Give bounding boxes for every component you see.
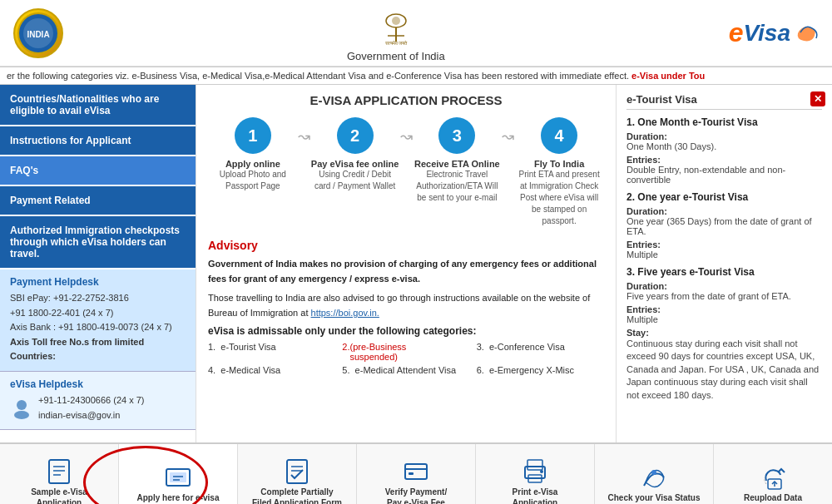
- arrow-2: ↝: [400, 117, 413, 146]
- visa-section-1: 1. One Month e-Tourist Visa Duration: On…: [626, 116, 822, 185]
- right-panel-title: e-Tourist Visa: [626, 93, 822, 110]
- toolbar-apply-label: Apply here for e-visa: [137, 492, 220, 503]
- sidebar-item-faq[interactable]: FAQ's: [0, 156, 196, 186]
- toolbar-print-label: Print e-VisaApplication: [513, 487, 558, 504]
- svg-rect-10: [49, 460, 69, 483]
- visa-section-1-title: 1. One Month e-Tourist Visa: [626, 116, 822, 128]
- advisory-para2: Those travelling to India are also advis…: [208, 291, 604, 320]
- visa-section-2: 2. One year e-Tourist Visa Duration: One…: [626, 191, 822, 259]
- advisory-para1: Government of India makes no provision o…: [208, 257, 604, 286]
- visa-s3-stay-value: Continuous stay during each visit shall …: [626, 338, 822, 402]
- toolbar-verify-label: Verify Payment/Pay e-Visa Fee: [385, 487, 447, 504]
- apply-icon: [165, 464, 191, 491]
- toolbar: Sample e-VisaApplication Apply here for …: [0, 442, 832, 504]
- toolbar-apply[interactable]: Apply here for e-visa: [119, 444, 238, 504]
- payment-helpdesk: Payment Helpdesk SBI ePay: +91-22-2752-3…: [0, 269, 196, 372]
- step4-title: Fly To India: [514, 159, 604, 169]
- step2-title: Pay eVisa fee online: [310, 159, 400, 169]
- svg-point-8: [17, 400, 27, 410]
- toolbar-complete-label: Complete PartiallyFiled Application Form: [252, 487, 342, 504]
- visa-s3-entries-value: Multiple: [626, 314, 822, 324]
- sample-icon: [46, 458, 72, 485]
- visa-s1-duration-label: Duration:: [626, 131, 822, 141]
- toolbar-print[interactable]: Print e-VisaApplication: [476, 444, 595, 504]
- toolbar-complete[interactable]: Complete PartiallyFiled Application Form: [238, 444, 357, 504]
- svg-rect-18: [287, 460, 307, 483]
- visa-s3-stay-label: Stay:: [626, 328, 822, 338]
- cat-2: 2.(pre-Business suspended): [342, 342, 469, 362]
- sidebar-item-instructions[interactable]: Instructions for Applicant: [0, 126, 196, 156]
- payment-helpdesk-sbi: SBI ePay: +91-22-2752-3816 +91 1800-22-4…: [10, 291, 186, 364]
- step-3: 3 Receive ETA Online Electronic Travel A…: [413, 117, 503, 204]
- step1-desc: Upload Photo and Passport Page: [208, 169, 298, 192]
- arrow-1: ↝: [298, 117, 310, 146]
- logo-left: INDIA: [13, 8, 63, 58]
- logo-right: e Visa: [729, 17, 819, 48]
- header-title: Government of India: [347, 50, 445, 62]
- complete-icon: [284, 458, 310, 485]
- step-1: 1 Apply online Upload Photo and Passport…: [208, 117, 298, 192]
- center-content: E-VISA APPLICATION PROCESS 1 Apply onlin…: [196, 85, 616, 442]
- svg-text:सत्यमेव जयते: सत्यमेव जयते: [384, 40, 408, 46]
- close-button[interactable]: ✕: [810, 91, 825, 106]
- svg-point-28: [651, 470, 656, 475]
- step3-title: Receive ETA Online: [413, 159, 503, 169]
- check-status-icon: [641, 464, 667, 491]
- sidebar-item-immigration[interactable]: Authorized Immigration checkposts throug…: [0, 216, 196, 269]
- visa-s2-entries-label: Entries:: [626, 240, 822, 250]
- svg-point-4: [392, 17, 400, 25]
- cat-5: 5. e-Medical Attendent Visa: [342, 365, 469, 375]
- toolbar-sample[interactable]: Sample e-VisaApplication: [0, 444, 119, 504]
- toolbar-verify[interactable]: Verify Payment/Pay e-Visa Fee: [357, 444, 476, 504]
- right-panel: ✕ e-Tourist Visa 1. One Month e-Tourist …: [616, 85, 832, 442]
- visa-s2-duration-label: Duration:: [626, 206, 822, 216]
- visa-s2-duration-value: One year (365 Days) from the date of gra…: [626, 216, 822, 236]
- header-center: सत्यमेव जयते Government of India: [347, 4, 445, 62]
- svg-point-27: [540, 470, 543, 473]
- cat-1: 1. e-Tourist Visa: [208, 342, 335, 362]
- cat-3: 3. e-Conference Visa: [477, 342, 604, 362]
- header: INDIA सत्यमेव जयते Government of India e…: [0, 0, 832, 67]
- categories-grid: 1. e-Tourist Visa 2.(pre-Business suspen…: [208, 342, 604, 375]
- svg-rect-21: [405, 464, 427, 479]
- sidebar-item-payment[interactable]: Payment Related: [0, 186, 196, 216]
- evisa-helpdesk-contact: +91-11-24300666 (24 x 7) indian-evisa@go…: [38, 393, 145, 422]
- visa-s2-entries-value: Multiple: [626, 250, 822, 259]
- svg-rect-15: [170, 472, 186, 482]
- step-4: 4 Fly To India Print ETA and present at …: [514, 117, 604, 227]
- evisa-process-title: E-VISA APPLICATION PROCESS: [208, 93, 604, 107]
- boi-link[interactable]: https://boi.gov.in.: [311, 308, 379, 318]
- sidebar-item-countries[interactable]: Countries/Nationalities who are eligible…: [0, 85, 196, 126]
- visa-section-3-title: 3. Five years e-Tourist Visa: [626, 266, 822, 278]
- cat-4: 4. e-Medical Visa: [208, 365, 335, 375]
- toolbar-reupload[interactable]: Reupload Data: [714, 444, 832, 504]
- ticker-text: er the following categories viz. e-Busin…: [7, 71, 631, 81]
- visa-section-2-title: 2. One year e-Tourist Visa: [626, 191, 822, 203]
- svg-point-9: [14, 411, 29, 419]
- step3-desc: Electronic Travel Authorization/ETA Will…: [413, 169, 503, 204]
- sidebar: Countries/Nationalities who are eligible…: [0, 85, 196, 442]
- visa-s3-duration-label: Duration:: [626, 281, 822, 291]
- evisa-helpdesk-title: eVisa Helpdesk: [10, 378, 186, 390]
- print-icon: [522, 458, 548, 485]
- visa-s3-duration-value: Five years from the date of grant of ETA…: [626, 291, 822, 301]
- visa-section-3: 3. Five years e-Tourist Visa Duration: F…: [626, 266, 822, 402]
- advisory-para3: eVisa is admissable only under the follo…: [208, 325, 604, 337]
- ticker-bold: e-Visa under Tou: [631, 71, 705, 81]
- evisa-logo-icon: [794, 21, 819, 46]
- main-layout: Countries/Nationalities who are eligible…: [0, 85, 832, 442]
- verify-icon: [403, 458, 429, 485]
- step2-desc: Using Credit / Debit card / Payment Wall…: [310, 169, 400, 192]
- svg-rect-23: [409, 472, 414, 475]
- toolbar-reupload-label: Reupload Data: [744, 492, 802, 503]
- svg-text:INDIA: INDIA: [27, 30, 49, 39]
- svg-rect-24: [527, 460, 542, 470]
- step-2: 2 Pay eVisa fee online Using Credit / De…: [310, 117, 400, 192]
- advisory-title: Advisory: [208, 239, 604, 252]
- visa-s3-entries-label: Entries:: [626, 304, 822, 314]
- toolbar-sample-label: Sample e-VisaApplication: [31, 487, 87, 504]
- emblem-icon: सत्यमेव जयते: [375, 4, 417, 46]
- step1-title: Apply online: [208, 159, 298, 169]
- toolbar-check[interactable]: Check your Visa Status: [595, 444, 714, 504]
- visa-s1-duration-value: One Month (30 Days).: [626, 141, 822, 151]
